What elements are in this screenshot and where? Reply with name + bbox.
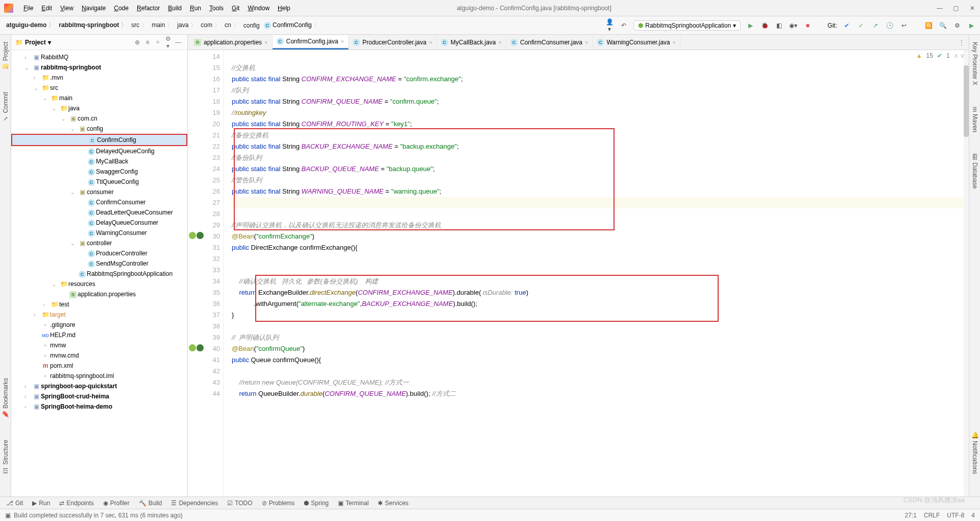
gutter-line[interactable]: 31	[188, 242, 220, 253]
gutter-line[interactable]: 43	[188, 377, 220, 388]
stop-button[interactable]: ■	[803, 22, 812, 29]
code-line[interactable]	[232, 253, 969, 265]
gutter-line[interactable]: 36	[188, 298, 220, 310]
close-icon[interactable]: ×	[585, 39, 588, 45]
locate-icon[interactable]: ⊕	[132, 39, 142, 46]
close-icon[interactable]: ×	[429, 39, 432, 45]
tree-node[interactable]: ▫ mvnw.cmd	[11, 350, 187, 361]
gutter-line[interactable]: 37	[188, 310, 220, 321]
maximize-button[interactable]: ▢	[952, 5, 960, 12]
gutter-line[interactable]: 22	[188, 141, 220, 152]
bottom-tab-run[interactable]: ▶ Run	[32, 500, 50, 507]
rollback-button[interactable]: ↩	[899, 22, 909, 29]
tree-node[interactable]: ›📁 test	[11, 299, 187, 310]
coverage-button[interactable]: ◧	[774, 22, 783, 29]
tree-node[interactable]: C DelayQueueConsumer	[11, 218, 187, 228]
code-line[interactable]	[232, 265, 969, 276]
side-keypromoter[interactable]: Key Promoter X	[971, 39, 978, 88]
tree-node[interactable]: C DelayedQueueConfig	[11, 146, 187, 156]
breadcrumb[interactable]: atguigu-demo	[4, 21, 57, 30]
gutter-line[interactable]: 41	[188, 354, 220, 366]
gutter-line[interactable]: 42	[188, 366, 220, 377]
gutter-line[interactable]: 16	[188, 74, 220, 85]
tree-node[interactable]: ▫ mvnw	[11, 340, 187, 350]
tree-node[interactable]: C SendMsgController	[11, 258, 187, 269]
breadcrumb[interactable]: main	[150, 21, 175, 30]
menu-window[interactable]: Window	[243, 5, 274, 12]
gutter-line[interactable]: 20	[188, 119, 220, 130]
tree-node[interactable]: ⌄📁 src	[11, 83, 187, 93]
gutter-line[interactable]: 28	[188, 208, 220, 220]
editor-tab[interactable]: C ConfirmConfig.java ×	[273, 35, 349, 50]
user-icon[interactable]: 👤▾	[605, 18, 614, 33]
settings-button[interactable]: ⚙	[952, 22, 962, 29]
bottom-tab-profiler[interactable]: ◉ Profiler	[103, 500, 130, 507]
tree-node[interactable]: ›▣ RabbitMQ	[11, 52, 187, 62]
status-icon[interactable]: ▣	[5, 512, 11, 519]
settings-icon[interactable]: ⚙ ▾	[163, 35, 173, 50]
caret-pos[interactable]: 27:1	[905, 512, 917, 519]
side-bookmarks[interactable]: 🔖 Bookmarks	[2, 375, 9, 421]
menu-edit[interactable]: Edit	[37, 5, 56, 12]
profile-button[interactable]: ◉▾	[789, 22, 798, 29]
run-button[interactable]: ▶	[746, 22, 755, 29]
tree-node[interactable]: C TtlQueueConfig	[11, 177, 187, 187]
breadcrumb[interactable]: config	[241, 22, 262, 29]
side-maven[interactable]: m Maven	[971, 104, 978, 136]
tree-title[interactable]: 📁 Project ▾	[15, 39, 51, 46]
tree-node[interactable]: ⌄▣ config	[11, 124, 187, 134]
gutter-line[interactable]: 30	[188, 231, 220, 242]
tree-node[interactable]: C WarningConsumer	[11, 228, 187, 238]
tree-node[interactable]: ▫ rabbitmq-springboot.iml	[11, 371, 187, 381]
code-editor[interactable]: 1415161718192021222324252627282930313233…	[188, 50, 969, 496]
menu-refactor[interactable]: Refactor	[133, 5, 164, 12]
bottom-tab-spring[interactable]: ⬢ Spring	[304, 500, 329, 507]
gutter-line[interactable]: 39	[188, 332, 220, 343]
gutter-line[interactable]: 27	[188, 197, 220, 208]
breadcrumb[interactable]: java	[175, 21, 199, 30]
indent[interactable]: 4	[971, 512, 975, 519]
back-button[interactable]: ↶	[619, 22, 628, 29]
code-line[interactable]: public static final String CONFIRM_QUEUE…	[232, 96, 969, 107]
bottom-tab-services[interactable]: ✱ Services	[378, 500, 408, 507]
gutter-line[interactable]: 15	[188, 62, 220, 74]
line-sep[interactable]: CRLF	[924, 512, 940, 519]
code-line[interactable]: // 声明确认队列	[232, 332, 969, 343]
tree-node[interactable]: ⌄▣ rabbitmq-springboot	[11, 62, 187, 73]
tree-node[interactable]: ›📁 target	[11, 310, 187, 320]
menu-view[interactable]: View	[56, 5, 78, 12]
code-line[interactable]: //routingkey	[232, 107, 969, 119]
gutter-line[interactable]: 14	[188, 51, 220, 62]
tree-node[interactable]: C ConfirmConfig	[11, 134, 187, 146]
gutter-line[interactable]: 38	[188, 321, 220, 332]
breadcrumb[interactable]: src	[129, 21, 150, 30]
expand-icon[interactable]: ≡	[142, 39, 153, 46]
tree-node[interactable]: C MyCallBack	[11, 156, 187, 167]
code-line[interactable]: public Queue confirmQueue(){	[232, 354, 969, 366]
gutter-line[interactable]: 18	[188, 96, 220, 107]
tree-node[interactable]: C DeadLetterQueueConsumer	[11, 207, 187, 218]
bottom-tab-todo[interactable]: ☑ TODO	[227, 500, 252, 507]
encoding[interactable]: UTF-8	[947, 512, 964, 519]
side-structure[interactable]: ☲ Structure	[2, 437, 9, 477]
tree-node[interactable]: C ProducerController	[11, 248, 187, 258]
code-line[interactable]: @Bean("confirmExchange")	[232, 231, 969, 242]
bottom-tab-terminal[interactable]: ▣ Terminal	[338, 500, 369, 507]
tree-node[interactable]: ⌄▣ consumer	[11, 187, 187, 197]
gutter-line[interactable]: 24	[188, 163, 220, 175]
minimize-button[interactable]: —	[936, 5, 943, 12]
menu-help[interactable]: Help	[274, 5, 295, 12]
gutter-line[interactable]: 33	[188, 265, 220, 276]
run-config-selector[interactable]: ⬢ RabbitmqSpringbootApplication▾	[633, 20, 741, 31]
gutter-line[interactable]: 44	[188, 388, 220, 399]
code-line[interactable]: //队列	[232, 85, 969, 96]
tree-node[interactable]: ›▣ SpringBoot-heima-demo	[11, 401, 187, 412]
bottom-tab-build[interactable]: 🔨 Build	[139, 500, 162, 507]
tree-node[interactable]: m pom.xml	[11, 361, 187, 371]
tree-node[interactable]: C ConfirmConsumer	[11, 197, 187, 207]
search-button[interactable]: 🔍	[938, 22, 947, 29]
commit-button[interactable]: ✓	[856, 22, 866, 29]
debug-button[interactable]: 🐞	[760, 22, 769, 29]
editor-tab[interactable]: C ConfirmConsumer.java ×	[506, 35, 593, 50]
gutter-line[interactable]: 17	[188, 85, 220, 96]
